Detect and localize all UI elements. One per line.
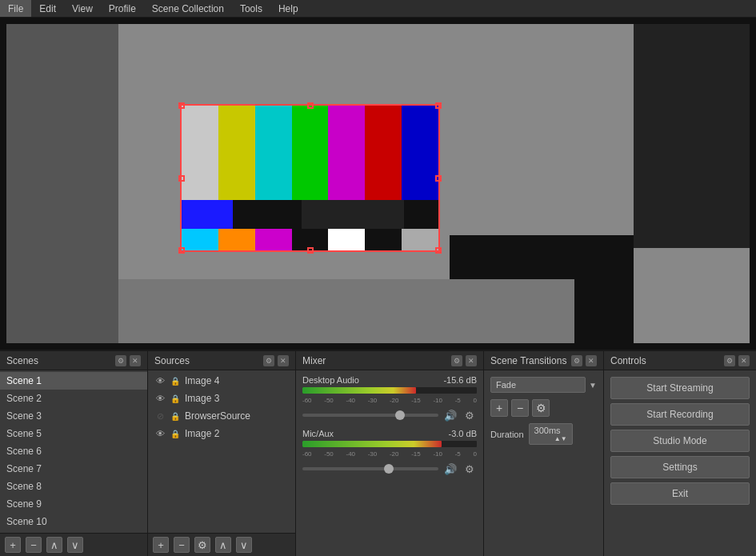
transitions-title: Scene Transitions <box>490 355 566 366</box>
transitions-panel: Scene Transitions ⚙ ✕ Fade ▼ + − ⚙ Durat… <box>484 351 604 556</box>
menu-view[interactable]: View <box>64 0 101 17</box>
mixer-content: Desktop Audio -15.6 dB -60-50-40-30-20-1… <box>296 370 483 556</box>
color-bars <box>180 104 440 252</box>
duration-arrow: ▲▼ <box>554 435 567 442</box>
desktop-audio-mute[interactable]: 🔊 <box>443 408 458 422</box>
scenes-add-button[interactable]: + <box>5 537 21 553</box>
scene-item[interactable]: Scene 5 <box>0 425 147 442</box>
exit-button[interactable]: Exit <box>610 482 750 505</box>
sources-header: Sources ⚙ ✕ <box>148 351 295 370</box>
mic-aux-controls: 🔊 ⚙ <box>302 462 477 476</box>
handle-tc[interactable] <box>307 102 314 109</box>
menu-edit[interactable]: Edit <box>31 0 64 17</box>
mixer-close-icon[interactable]: ✕ <box>466 355 477 366</box>
menu-tools[interactable]: Tools <box>232 0 270 17</box>
mic-aux-db: -3.0 dB <box>449 429 477 438</box>
handle-bc[interactable] <box>307 247 314 254</box>
transition-remove-button[interactable]: − <box>511 399 529 417</box>
scenes-header-icons: ⚙ ✕ <box>115 355 141 366</box>
scene-item[interactable]: Scene 8 <box>0 478 147 495</box>
scenes-panel: Scenes ⚙ ✕ Scene 1Scene 2Scene 3Scene 5S… <box>0 351 148 556</box>
bottom-panels: Scenes ⚙ ✕ Scene 1Scene 2Scene 3Scene 5S… <box>0 350 756 556</box>
duration-row: Duration 300ms ▲▼ <box>490 423 597 445</box>
mic-aux-gear[interactable]: ⚙ <box>462 462 477 476</box>
source-lock-icon[interactable]: 🔒 <box>170 412 180 421</box>
menu-profile[interactable]: Profile <box>101 0 144 17</box>
source-item[interactable]: ⊘🔒BrowserSource <box>148 407 295 425</box>
source-item[interactable]: 👁🔒Image 4 <box>148 372 295 390</box>
handle-br[interactable] <box>435 247 442 254</box>
mic-aux-meter <box>302 441 477 447</box>
scene-item[interactable]: Scene 3 <box>0 407 147 425</box>
sources-close-icon[interactable]: ✕ <box>278 355 289 366</box>
source-item[interactable]: 👁🔒Image 2 <box>148 425 295 442</box>
transition-type-select[interactable]: Fade <box>490 377 586 393</box>
transitions-header: Scene Transitions ⚙ ✕ <box>484 351 603 370</box>
scenes-title: Scenes <box>6 355 38 366</box>
scene-item[interactable]: Scene 1 <box>0 372 147 390</box>
transition-add-button[interactable]: + <box>490 399 508 417</box>
sources-header-icons: ⚙ ✕ <box>263 355 289 366</box>
sources-config-icon[interactable]: ⚙ <box>263 355 274 366</box>
handle-ml[interactable] <box>178 175 185 182</box>
desktop-audio-scale: -60-50-40-30-20-15-10-50 <box>302 397 477 404</box>
desktop-audio-gear[interactable]: ⚙ <box>462 408 477 422</box>
sources-add-button[interactable]: + <box>153 537 169 553</box>
source-lock-icon[interactable]: 🔒 <box>170 377 180 386</box>
duration-input[interactable]: 300ms ▲▼ <box>529 423 573 445</box>
source-eye-icon[interactable]: ⊘ <box>154 411 166 422</box>
handle-bl[interactable] <box>178 247 185 254</box>
start-streaming-button[interactable]: Start Streaming <box>610 377 750 399</box>
scene-item[interactable]: Scene 10 <box>0 513 147 530</box>
mic-aux-mute[interactable]: 🔊 <box>443 462 458 476</box>
desktop-audio-controls: 🔊 ⚙ <box>302 408 477 422</box>
source-eye-icon[interactable]: 👁 <box>154 429 166 438</box>
source-eye-icon[interactable]: 👁 <box>154 376 166 386</box>
mic-aux-slider[interactable] <box>302 467 438 470</box>
duration-label: Duration <box>490 430 524 439</box>
controls-header-icons: ⚙ ✕ <box>724 355 750 366</box>
scene-item[interactable]: Scene 6 <box>0 442 147 460</box>
studio-mode-button[interactable]: Studio Mode <box>610 430 750 452</box>
source-item[interactable]: 👁🔒Image 3 <box>148 390 295 407</box>
desktop-audio-meter <box>302 387 477 394</box>
controls-close-icon[interactable]: ✕ <box>738 355 750 366</box>
duration-value: 300ms <box>534 426 561 435</box>
scenes-close-icon[interactable]: ✕ <box>130 355 141 366</box>
scenes-up-button[interactable]: ∧ <box>46 537 62 553</box>
source-lock-icon[interactable]: 🔒 <box>170 394 180 403</box>
sources-remove-button[interactable]: − <box>174 537 190 553</box>
scenes-remove-button[interactable]: − <box>26 537 42 553</box>
handle-tr[interactable] <box>435 102 442 109</box>
scenes-down-button[interactable]: ∨ <box>67 537 83 553</box>
mixer-header: Mixer ⚙ ✕ <box>296 351 483 370</box>
menu-help[interactable]: Help <box>270 0 306 17</box>
transitions-content: Fade ▼ + − ⚙ Duration 300ms ▲▼ <box>484 370 603 451</box>
scene-item[interactable]: Scene 7 <box>0 460 147 478</box>
source-name: BrowserSource <box>185 410 250 422</box>
scene-item[interactable]: Scene 2 <box>0 390 147 407</box>
desktop-audio-slider[interactable] <box>302 414 438 417</box>
handle-tl[interactable] <box>178 102 185 109</box>
scene-item[interactable]: Scene 9 <box>0 495 147 513</box>
start-recording-button[interactable]: Start Recording <box>610 403 750 426</box>
settings-button[interactable]: Settings <box>610 456 750 478</box>
sources-settings-button[interactable]: ⚙ <box>194 537 210 553</box>
transitions-config-icon[interactable]: ⚙ <box>571 355 582 366</box>
controls-config-icon[interactable]: ⚙ <box>724 355 735 366</box>
source-lock-icon[interactable]: 🔒 <box>170 430 180 438</box>
transition-select-row: Fade ▼ <box>490 377 597 393</box>
menu-file[interactable]: File <box>0 0 31 17</box>
scenes-config-icon[interactable]: ⚙ <box>115 355 126 366</box>
transition-settings-button[interactable]: ⚙ <box>532 399 550 417</box>
handle-mr[interactable] <box>435 175 442 182</box>
preview-area <box>0 18 756 350</box>
mixer-title: Mixer <box>302 355 326 366</box>
transitions-close-icon[interactable]: ✕ <box>586 355 597 366</box>
menu-scene-collection[interactable]: Scene Collection <box>144 0 232 17</box>
mixer-config-icon[interactable]: ⚙ <box>451 355 462 366</box>
sources-up-button[interactable]: ∧ <box>215 537 231 553</box>
sources-down-button[interactable]: ∨ <box>236 537 252 553</box>
source-eye-icon[interactable]: 👁 <box>154 394 166 403</box>
mixer-mic-aux: Mic/Aux -3.0 dB -60-50-40-30-20-15-10-50… <box>302 429 477 476</box>
